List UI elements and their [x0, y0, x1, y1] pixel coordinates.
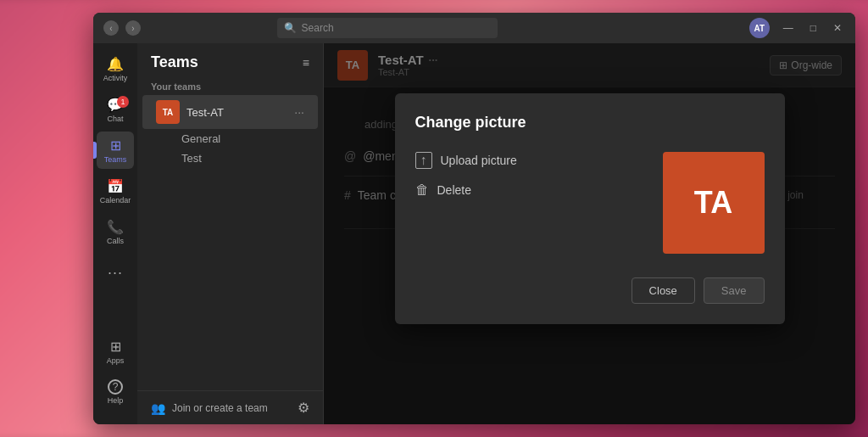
team-item-test-at[interactable]: TA Test-AT ···	[142, 95, 318, 129]
title-bar-actions: AT — □ ✕	[749, 18, 845, 38]
channel-item-test[interactable]: Test	[137, 148, 323, 168]
activity-icon: 🔔	[107, 56, 124, 72]
nav-controls: ‹ ›	[103, 20, 141, 36]
close-button[interactable]: ✕	[830, 20, 845, 36]
change-picture-modal: Change picture ↑ Upload picture 🗑 Delete	[395, 93, 785, 324]
teams-filter-button[interactable]: ≡	[303, 56, 309, 70]
sidebar-item-apps[interactable]: ⊞ Apps	[97, 333, 134, 370]
join-icon: 👥	[151, 401, 165, 415]
upload-icon: ↑	[415, 152, 432, 169]
modal-actions-list: ↑ Upload picture 🗑 Delete	[415, 152, 629, 198]
back-button[interactable]: ‹	[103, 20, 119, 36]
upload-picture-item[interactable]: ↑ Upload picture	[415, 152, 629, 169]
app-window: ‹ › 🔍 Search AT — □ ✕ 🔔 Activity 💬 Chat …	[93, 13, 855, 424]
team-more-button[interactable]: ···	[294, 105, 304, 119]
sidebar-bottom: ⊞ Apps ? Help	[97, 333, 134, 417]
search-bar[interactable]: 🔍 Search	[277, 18, 498, 38]
chat-label: Chat	[107, 115, 123, 123]
sidebar-item-activity[interactable]: 🔔 Activity	[97, 50, 134, 87]
active-indicator	[93, 142, 97, 159]
sidebar-item-more[interactable]: ···	[97, 254, 134, 291]
sidebar-item-calls[interactable]: 📞 Calls	[97, 213, 134, 250]
modal-body: ↑ Upload picture 🗑 Delete TA	[415, 152, 765, 254]
join-text[interactable]: Join or create a team	[172, 402, 291, 414]
avatar[interactable]: AT	[749, 18, 770, 38]
search-placeholder: Search	[302, 22, 334, 34]
maximize-button[interactable]: □	[807, 20, 820, 36]
teams-panel-header: Teams ≡	[137, 43, 323, 78]
forward-button[interactable]: ›	[125, 20, 141, 36]
sidebar-icons: 🔔 Activity 💬 Chat 1 ⊞ Teams 📅 Calendar 📞…	[93, 43, 137, 424]
calendar-label: Calendar	[100, 196, 131, 204]
help-label: Help	[108, 396, 124, 405]
calls-icon: 📞	[107, 219, 124, 235]
calendar-icon: 📅	[107, 178, 124, 194]
teams-panel: Teams ≡ Your teams TA Test-AT ··· Genera…	[137, 43, 324, 424]
channel-item-general[interactable]: General	[137, 129, 323, 148]
save-button[interactable]: Save	[704, 277, 765, 304]
teams-section-label: Your teams	[137, 78, 323, 95]
modal-overlay: Change picture ↑ Upload picture 🗑 Delete	[324, 43, 855, 424]
sidebar-item-teams[interactable]: ⊞ Teams	[97, 132, 134, 169]
minimize-button[interactable]: —	[780, 20, 797, 36]
modal-footer: Close Save	[415, 277, 765, 304]
apps-icon: ⊞	[110, 339, 121, 355]
settings-icon[interactable]: ⚙	[298, 400, 309, 416]
teams-icon: ⊞	[110, 137, 121, 154]
upload-label: Upload picture	[441, 154, 517, 167]
team-avatar-test-at: TA	[156, 100, 180, 124]
chat-badge: 1	[117, 96, 129, 108]
activity-label: Activity	[103, 74, 128, 82]
team-name-test-at: Test-AT	[186, 106, 287, 119]
app-body: 🔔 Activity 💬 Chat 1 ⊞ Teams 📅 Calendar 📞…	[93, 43, 855, 424]
teams-panel-title: Teams	[151, 53, 198, 71]
more-icon: ···	[108, 264, 123, 282]
modal-preview-avatar[interactable]: TA	[663, 152, 765, 254]
title-bar: ‹ › 🔍 Search AT — □ ✕	[93, 13, 855, 43]
sidebar-item-chat[interactable]: 💬 Chat 1	[97, 91, 134, 128]
main-content: TA Test-AT ··· Test-AT ⊞ Org-wide	[324, 43, 855, 424]
search-icon: 🔍	[284, 22, 297, 34]
delete-label: Delete	[437, 183, 471, 197]
delete-icon: 🗑	[415, 182, 429, 198]
close-modal-button[interactable]: Close	[632, 277, 695, 304]
sidebar-item-help[interactable]: ? Help	[97, 373, 134, 411]
help-icon: ?	[108, 379, 123, 395]
apps-label: Apps	[107, 356, 125, 365]
modal-title: Change picture	[415, 114, 765, 132]
sidebar-item-calendar[interactable]: 📅 Calendar	[97, 172, 134, 210]
calls-label: Calls	[107, 237, 124, 245]
teams-label: Teams	[104, 155, 127, 164]
teams-panel-bottom: 👥 Join or create a team ⚙	[137, 390, 323, 424]
delete-item[interactable]: 🗑 Delete	[415, 182, 629, 198]
